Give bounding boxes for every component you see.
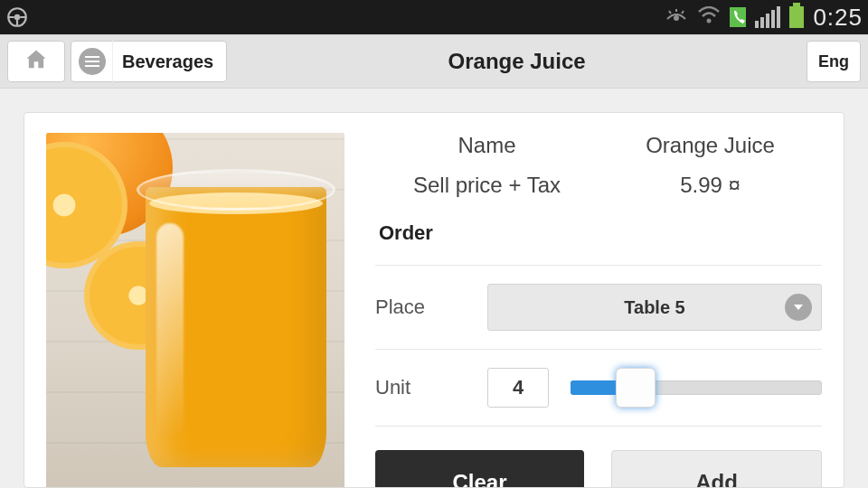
name-value: Orange Juice — [599, 133, 822, 158]
status-time: 0:25 — [813, 4, 863, 32]
clear-button[interactable]: Clear — [375, 450, 584, 488]
place-value: Table 5 — [624, 297, 684, 318]
home-button[interactable] — [7, 41, 65, 82]
steering-wheel-icon — [5, 5, 29, 29]
signal-icon — [755, 6, 780, 28]
breadcrumb-label: Beverages — [122, 52, 213, 72]
price-value: 5.99 ¤ — [599, 173, 822, 198]
name-label: Name — [375, 133, 599, 158]
page-title: Orange Juice — [232, 49, 801, 74]
place-dropdown[interactable]: Table 5 — [487, 284, 822, 331]
language-button[interactable]: Eng — [807, 41, 861, 82]
svg-point-2 — [674, 15, 679, 21]
svg-point-3 — [707, 19, 712, 23]
unit-label: Unit — [375, 376, 466, 399]
add-button[interactable]: Add — [611, 450, 822, 488]
status-bar: 0:25 — [0, 0, 868, 34]
home-icon — [24, 47, 49, 76]
phone-icon — [730, 7, 746, 27]
price-label: Sell price + Tax — [375, 173, 599, 198]
place-label: Place — [375, 296, 466, 319]
wifi-icon — [697, 5, 721, 30]
menu-icon — [79, 48, 106, 75]
unit-value-box[interactable]: 4 — [487, 368, 549, 408]
breadcrumb-button[interactable]: Beverages — [71, 41, 227, 82]
order-section-title: Order — [379, 221, 822, 245]
smart-stay-icon — [665, 5, 688, 30]
product-card: Name Orange Juice Sell price + Tax 5.99 … — [24, 112, 844, 488]
chevron-down-icon — [785, 294, 812, 321]
unit-slider[interactable] — [571, 368, 822, 408]
product-image — [46, 133, 344, 488]
action-bar: Beverages Orange Juice Eng — [0, 34, 868, 89]
battery-icon — [789, 6, 804, 28]
svg-point-1 — [15, 15, 19, 19]
